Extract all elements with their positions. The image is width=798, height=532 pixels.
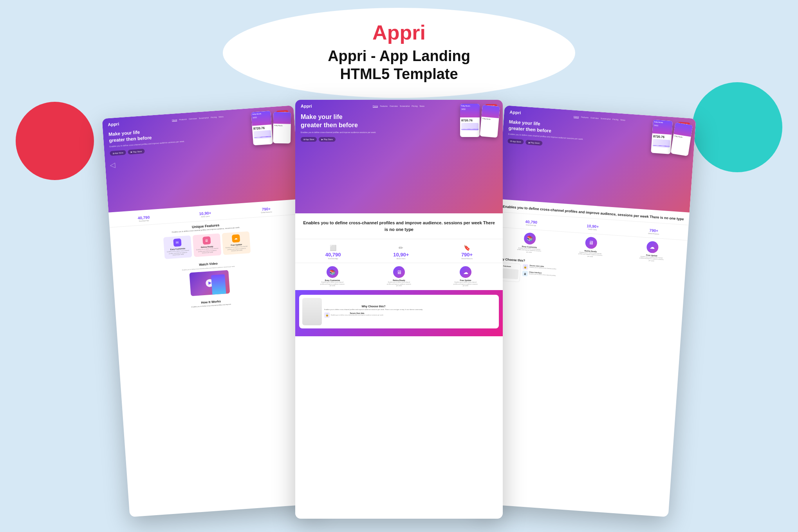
right-phones: Polly Nicols 3450 8720.76 Polly Nicols [651, 120, 692, 156]
right-nav-features[interactable]: Features [581, 115, 589, 119]
right-hero: Appri Home Features Overview Screenshot … [498, 105, 696, 213]
center-bottom-gradient: Why Choose this? Enables you to define c… [295, 290, 503, 336]
left-feat-card-1: ✉ Easy Customize Enables you to define c… [163, 236, 192, 259]
center-stat-num-2: 10,90+ [393, 252, 409, 258]
center-icon-desc-2: Enables you to define cross-channel prof… [386, 281, 412, 287]
left-stat-1: 40,790 Download App [137, 215, 150, 222]
right-why-icon-2: 🖥 [522, 271, 528, 276]
left-nav-links: Home Features Overview Screenshot Pricin… [172, 115, 224, 121]
right-icon-2: 🖥 Retina Ready Enables you to define cro… [578, 236, 605, 258]
right-icon-1: 📚 Easy Customize Enables you to define c… [516, 232, 543, 254]
center-stats-desc: Enables you to define cross-channel prof… [303, 220, 495, 233]
left-feat-card-2: 🖥 Retina Ready Enables you to define cro… [193, 233, 222, 257]
why-text-1: Secure User data Enables you to define c… [331, 312, 383, 316]
center-appstore-btn[interactable]: ⊞ App Store [301, 137, 317, 142]
left-feat-icon-1: ✉ [173, 238, 181, 247]
right-nav-overview[interactable]: Overview [590, 116, 599, 119]
left-phone1: Polly Nicols 3450 8720.76 [251, 111, 273, 145]
center-icon-2: 🖥 Retina Ready Enables you to define cro… [386, 266, 412, 287]
center-hero: Appri Home Features Overview Screenshot … [295, 100, 503, 213]
center-stat-1: ⬜ 40,790 Download App [325, 245, 341, 260]
center-logo: Appri [301, 104, 312, 108]
nav-link-screenshot[interactable]: Screenshot [199, 116, 209, 120]
center-stat-num-1: 40,790 [325, 252, 341, 258]
nav-link-overview[interactable]: Overview [189, 117, 197, 120]
right-why-items: 🔒 Secure User data Enables you to define… [522, 264, 556, 278]
left-stat-label-3: Global Reasons [261, 211, 272, 214]
center-stat-3: 🔖 790+ Global Reasons [461, 245, 473, 260]
left-stat-2: 10,90+ Active Users [199, 211, 211, 218]
center-stats: ⬜ 40,790 Download App ✏ 10,90+ Active Us… [295, 239, 503, 263]
why-content: Why Choose this? Enables you to define c… [324, 305, 423, 318]
top-oval: Appri Appri - App Landing HTML5 Template [223, 8, 575, 98]
right-stat-3: 790+ Global Reasons [648, 228, 660, 235]
center-nav-home[interactable]: Home [373, 105, 378, 108]
nav-link-features[interactable]: Features [179, 118, 187, 121]
right-nav-screenshot[interactable]: Screenshot [601, 117, 611, 121]
left-stat-label-2: Active Users [199, 215, 211, 218]
center-stat-icon-3: 🔖 [461, 245, 473, 251]
nav-link-pricing[interactable]: Pricing [211, 115, 217, 119]
left-phones: Polly Nicols 3450 8720.76 Polly Nicols [251, 110, 292, 146]
left-appstore-btn[interactable]: ⊞ App Store [110, 150, 126, 156]
center-features-icons: 📚 Easy Customize Enables you to define c… [295, 263, 503, 290]
nav-link-home[interactable]: Home [172, 118, 177, 121]
center-stat-label-3: Global Reasons [461, 258, 473, 260]
right-chart [652, 139, 670, 148]
center-icon-desc-1: Enables you to define cross-channel prof… [320, 281, 345, 287]
center-stat-label-2: Active Users [393, 258, 409, 260]
why-item-1: 🔒 Secure User data Enables you to define… [324, 312, 423, 318]
center-nav-pricing[interactable]: Pricing [412, 105, 417, 108]
nav-link-news[interactable]: News [218, 115, 224, 118]
right-stat-2: 10,90+ Active Users [587, 224, 599, 231]
center-chart-line [461, 129, 478, 130]
left-hero: Appri Home Features Overview Screenshot … [102, 105, 300, 213]
why-phone-img [302, 298, 322, 325]
center-phone1-header: Polly Nicols 3450 [460, 104, 480, 117]
brand-title: Appri [372, 22, 426, 43]
right-nav-links: Home Features Overview Screenshot Pricin… [574, 115, 625, 121]
left-playstore-btn[interactable]: ▶ Play Store [128, 149, 145, 155]
left-stat-3: 790+ Global Reasons [260, 207, 272, 214]
left-feat-desc-3: Enables you to define cross-channel prof… [225, 245, 249, 252]
right-why-item-2: 🖥 Clean Interface Enables you to define … [522, 271, 556, 278]
center-phones: Polly Nicols 3450 8720.76 Polly Nicols [460, 104, 499, 137]
left-watch-thumb[interactable] [189, 270, 230, 296]
right-icon-circle-3: ☁ [646, 241, 659, 253]
center-playstore-btn[interactable]: ▶ Play Store [319, 137, 335, 142]
center-nav-features[interactable]: Features [380, 105, 388, 108]
center-nav-news[interactable]: News [420, 105, 425, 108]
center-icon-1: 📚 Easy Customize Enables you to define c… [320, 266, 345, 287]
center-icon-3: ☁ Free Update Enables you to define cros… [453, 266, 478, 287]
left-feat-desc-2: Enables you to define cross-channel prof… [195, 248, 219, 255]
right-nav-news[interactable]: News [620, 118, 625, 121]
right-phone2: Polly Nicols [670, 123, 693, 156]
right-why-text-2: Clean Interface Enables you to define cr… [529, 271, 556, 277]
center-stats-section: Enables you to define cross-channel prof… [295, 213, 503, 239]
left-stat-label-1: Download App [138, 219, 150, 222]
center-icon-circle-2: 🖥 [393, 266, 405, 278]
center-nav-screenshot[interactable]: Screenshot [400, 105, 410, 108]
left-chart-line [254, 136, 271, 138]
right-phone1-header: Polly Nicols 3450 [652, 120, 673, 135]
center-stat-num-3: 790+ [461, 252, 473, 258]
center-balance: 8720.76 [461, 119, 478, 122]
right-icon-circle-1: 📚 [524, 232, 536, 245]
right-logo: Appri [509, 110, 521, 115]
right-balance: 8720.76 [653, 135, 671, 139]
right-stat-1: 40,790 Download App [525, 219, 538, 226]
center-store-btns: ⊞ App Store ▶ Play Store [301, 137, 497, 142]
screenshot-left: Appri Home Features Overview Screenshot … [102, 105, 321, 517]
right-appstore-btn[interactable]: ⊞ App Store [507, 139, 524, 144]
right-nav-pricing[interactable]: Pricing [612, 118, 619, 121]
right-why-phone-name: Polly Nicols [503, 265, 511, 267]
center-phone2: Polly Nicols [480, 105, 500, 138]
center-stat-2: ✏ 10,90+ Active Users [393, 245, 409, 260]
right-why-icon-1: 🔒 [523, 264, 529, 270]
left-arrow-icon[interactable]: ◁ [110, 161, 116, 170]
right-playstore-btn[interactable]: ▶ Play Store [525, 140, 542, 146]
right-nav-home[interactable]: Home [574, 115, 579, 118]
right-phone1: Polly Nicols 3450 8720.76 [651, 120, 673, 154]
center-nav-overview[interactable]: Overview [390, 105, 398, 108]
center-stat-label-1: Download App [325, 258, 341, 260]
